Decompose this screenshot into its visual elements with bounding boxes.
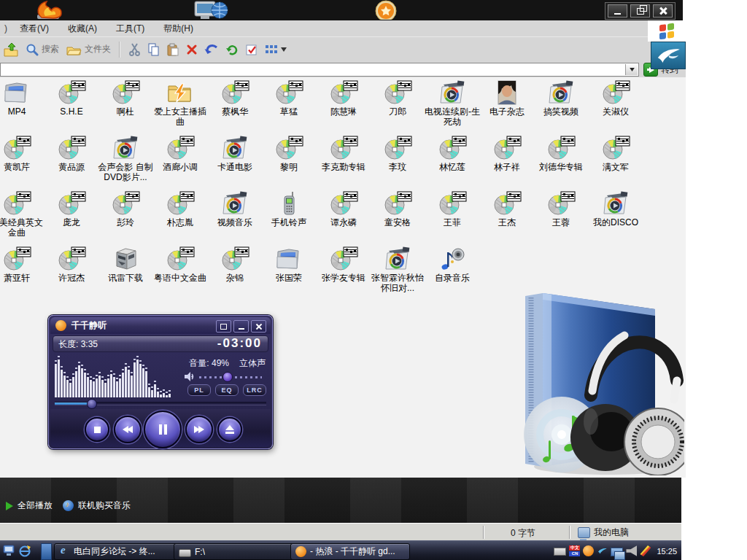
show-desktop-icon[interactable] bbox=[3, 545, 15, 556]
player-close-button[interactable] bbox=[251, 320, 266, 332]
file-item[interactable]: 讯雷下载 bbox=[98, 245, 153, 283]
file-item[interactable]: 草猛 bbox=[261, 79, 317, 117]
file-item[interactable]: 自录音乐 bbox=[425, 245, 480, 283]
thunder-flame-icon[interactable] bbox=[33, 0, 66, 20]
swallow-toolbar-button[interactable] bbox=[651, 42, 686, 69]
paste-button[interactable] bbox=[167, 43, 179, 56]
file-item[interactable]: 电子杂志 bbox=[479, 79, 535, 117]
cd-file-icon bbox=[479, 190, 535, 216]
file-item[interactable]: MP4 bbox=[0, 79, 44, 117]
ime-language-tray-icon[interactable]: 中文CN bbox=[569, 545, 580, 556]
menu-item[interactable]: 收藏(A) bbox=[58, 20, 107, 37]
address-input[interactable] bbox=[0, 63, 639, 77]
file-item[interactable]: 黄凯芹 bbox=[0, 134, 44, 172]
menu-item[interactable]: 工具(T) bbox=[107, 20, 154, 37]
file-item[interactable]: 王蓉 bbox=[533, 190, 589, 228]
minimize-button[interactable] bbox=[608, 4, 627, 18]
file-item[interactable]: S.H.E bbox=[44, 79, 99, 117]
taskbar-button[interactable]: F:\ bbox=[174, 543, 295, 560]
file-item[interactable]: 许冠杰 bbox=[44, 245, 99, 283]
shop-music-button[interactable]: 联机购买音乐 bbox=[63, 499, 131, 512]
up-folder-button[interactable] bbox=[3, 42, 19, 57]
file-item[interactable]: 李玟 bbox=[370, 134, 425, 172]
sync-check-button[interactable] bbox=[245, 43, 258, 56]
next-button[interactable] bbox=[185, 416, 213, 443]
search-button[interactable]: 搜索 bbox=[26, 43, 59, 56]
swallow-tray-icon[interactable] bbox=[597, 545, 608, 556]
copy-button[interactable] bbox=[147, 43, 160, 56]
file-item[interactable]: 满文军 bbox=[588, 134, 643, 172]
views-button[interactable] bbox=[265, 44, 287, 55]
progress-slider-thumb[interactable] bbox=[87, 399, 97, 409]
file-item[interactable]: 王菲 bbox=[425, 190, 480, 228]
file-item[interactable]: 杂锦 bbox=[207, 245, 263, 283]
volume-slider-thumb[interactable] bbox=[222, 372, 233, 382]
file-item[interactable]: 彭玲 bbox=[98, 190, 153, 228]
ime-pen-tray-icon[interactable] bbox=[640, 545, 651, 556]
player-minimize-button[interactable] bbox=[233, 320, 249, 332]
file-item[interactable]: 林子祥 bbox=[479, 134, 535, 172]
undo-button[interactable] bbox=[204, 43, 219, 55]
file-item[interactable]: 陈慧琳 bbox=[316, 79, 371, 117]
file-item[interactable]: 李克勤专辑 bbox=[316, 134, 371, 172]
file-item[interactable]: 林忆莲 bbox=[425, 134, 480, 172]
file-item[interactable]: 搞笑视频 bbox=[533, 79, 589, 117]
file-item[interactable]: 酒廊小调 bbox=[152, 134, 208, 172]
file-item[interactable]: 庞龙 bbox=[44, 190, 99, 228]
file-item[interactable]: 卡通电影 bbox=[207, 134, 263, 172]
menu-item[interactable]: 帮助(H) bbox=[154, 20, 203, 37]
file-item[interactable]: 手机铃声 bbox=[261, 190, 317, 228]
menu-item[interactable]: 查看(V) bbox=[10, 20, 58, 37]
delete-button[interactable] bbox=[186, 44, 198, 55]
file-item[interactable]: 王杰 bbox=[479, 190, 535, 228]
playlist-button[interactable]: PL bbox=[187, 384, 211, 396]
file-item[interactable]: 黎明 bbox=[261, 134, 317, 172]
ie-quicklaunch-icon[interactable] bbox=[19, 545, 31, 557]
file-item[interactable]: 萧亚轩 bbox=[0, 245, 44, 283]
refresh-button[interactable] bbox=[225, 43, 239, 56]
file-item[interactable]: 关淑仪 bbox=[588, 79, 643, 117]
ttplayer-desktop-icon[interactable] bbox=[363, 0, 409, 20]
file-item[interactable]: 电视连续剧-生死劫 bbox=[425, 79, 480, 127]
file-item[interactable]: 会声会影 自制DVD影片... bbox=[98, 134, 153, 182]
file-item[interactable]: 欧美经典英文金曲 bbox=[0, 190, 44, 238]
address-dropdown-button[interactable] bbox=[625, 64, 638, 75]
previous-button[interactable] bbox=[114, 416, 142, 443]
maximize-button[interactable] bbox=[630, 4, 650, 18]
file-item[interactable]: 刘德华专辑 bbox=[533, 134, 589, 172]
ttplayer-tray-icon[interactable] bbox=[583, 545, 594, 556]
file-item[interactable]: 童安格 bbox=[370, 190, 425, 228]
player-titlebar[interactable]: 千千静听 bbox=[50, 317, 271, 334]
network-tray-icon[interactable] bbox=[611, 548, 623, 556]
file-item[interactable]: 视频音乐 bbox=[207, 190, 263, 228]
stop-button[interactable] bbox=[85, 417, 109, 442]
file-item[interactable]: 蔡枫华 bbox=[207, 79, 263, 117]
file-item[interactable]: 张智霖许秋怡怀旧对... bbox=[370, 245, 425, 293]
equalizer-button[interactable]: EQ bbox=[215, 384, 239, 396]
file-item[interactable]: 黄品源 bbox=[44, 134, 99, 172]
file-item[interactable]: 张学友专辑 bbox=[316, 245, 371, 283]
taskbar-button[interactable]: - 热浪 - 千千静听 gd... bbox=[290, 543, 410, 560]
taskbar-button[interactable]: 电白同乡论坛 -> 终... bbox=[54, 543, 179, 560]
file-item[interactable]: 张国荣 bbox=[261, 245, 317, 283]
folders-button[interactable]: 文件夹 bbox=[66, 43, 111, 56]
quicklaunch-divider[interactable] bbox=[41, 543, 52, 560]
file-item[interactable]: 爱上女主播插曲 bbox=[152, 79, 208, 127]
toolbar: 搜索 文件夹 bbox=[0, 36, 686, 61]
keyboard-tray-icon[interactable] bbox=[554, 548, 566, 556]
play-all-button[interactable]: 全部播放 bbox=[6, 499, 53, 512]
eject-button[interactable] bbox=[217, 417, 242, 442]
lyrics-button[interactable]: LRC bbox=[243, 384, 266, 396]
cut-button[interactable] bbox=[128, 43, 141, 56]
file-item[interactable]: 刀郎 bbox=[370, 79, 425, 117]
pause-button[interactable] bbox=[144, 411, 182, 448]
player-restore-button[interactable] bbox=[216, 320, 231, 332]
file-item[interactable]: 朴志胤 bbox=[152, 190, 208, 228]
file-item[interactable]: 谭永磷 bbox=[316, 190, 371, 228]
close-button[interactable] bbox=[653, 4, 673, 18]
file-item[interactable]: 我的DISCO bbox=[588, 190, 643, 228]
volume-tray-icon[interactable] bbox=[626, 545, 637, 556]
file-item[interactable]: 啊杜 bbox=[98, 79, 153, 117]
my-computer-globe-icon[interactable] bbox=[192, 0, 230, 20]
file-item[interactable]: 粤语中文金曲 bbox=[152, 245, 208, 283]
